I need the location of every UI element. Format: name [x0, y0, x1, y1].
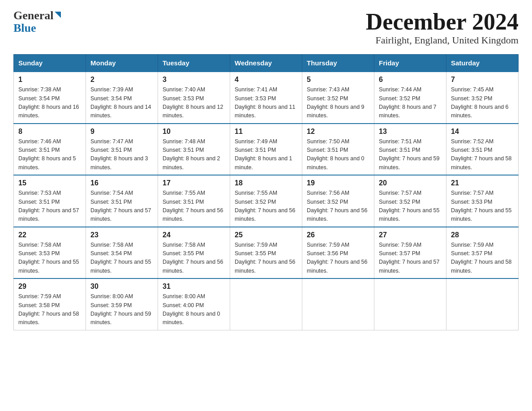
- day-info: Sunrise: 7:38 AMSunset: 3:54 PMDaylight:…: [18, 86, 81, 120]
- day-number: 26: [307, 231, 369, 239]
- day-info: Sunrise: 7:50 AMSunset: 3:51 PMDaylight:…: [307, 137, 369, 172]
- day-number: 15: [18, 179, 81, 187]
- calendar-cell: [302, 278, 374, 330]
- calendar-cell: 6Sunrise: 7:44 AMSunset: 3:52 PMDaylight…: [374, 72, 446, 124]
- day-info: Sunrise: 7:47 AMSunset: 3:51 PMDaylight:…: [90, 137, 153, 172]
- day-number: 8: [18, 128, 81, 136]
- weekday-header-wednesday: Wednesday: [230, 55, 302, 72]
- day-number: 7: [451, 76, 514, 84]
- weekday-header-thursday: Thursday: [302, 55, 374, 72]
- calendar-cell: 2Sunrise: 7:39 AMSunset: 3:54 PMDaylight…: [86, 72, 158, 124]
- calendar-cell: 27Sunrise: 7:59 AMSunset: 3:57 PMDayligh…: [374, 227, 446, 279]
- location-title: Fairlight, England, United Kingdom: [366, 34, 519, 46]
- calendar-week-5: 29Sunrise: 7:59 AMSunset: 3:58 PMDayligh…: [14, 278, 519, 330]
- day-info: Sunrise: 7:48 AMSunset: 3:51 PMDaylight:…: [163, 137, 225, 172]
- day-number: 3: [163, 76, 225, 84]
- weekday-header-row: SundayMondayTuesdayWednesdayThursdayFrid…: [14, 55, 519, 72]
- day-info: Sunrise: 7:51 AMSunset: 3:51 PMDaylight:…: [379, 137, 442, 172]
- day-info: Sunrise: 7:46 AMSunset: 3:51 PMDaylight:…: [18, 137, 81, 172]
- day-info: Sunrise: 7:58 AMSunset: 3:54 PMDaylight:…: [90, 241, 153, 276]
- calendar-week-2: 8Sunrise: 7:46 AMSunset: 3:51 PMDaylight…: [14, 124, 519, 176]
- day-info: Sunrise: 7:59 AMSunset: 3:57 PMDaylight:…: [451, 241, 514, 276]
- day-number: 28: [451, 231, 514, 239]
- calendar-cell: 9Sunrise: 7:47 AMSunset: 3:51 PMDaylight…: [86, 124, 158, 176]
- calendar-cell: 21Sunrise: 7:57 AMSunset: 3:53 PMDayligh…: [446, 175, 519, 227]
- calendar-week-3: 15Sunrise: 7:53 AMSunset: 3:51 PMDayligh…: [14, 175, 519, 227]
- logo-blue-container: [54, 13, 61, 18]
- day-number: 1: [18, 76, 81, 84]
- logo: General Blue: [13, 9, 61, 34]
- weekday-header-friday: Friday: [374, 55, 446, 72]
- title-area: December 2024 Fairlight, England, United…: [366, 9, 519, 46]
- day-number: 20: [379, 179, 442, 187]
- calendar-cell: [374, 278, 446, 330]
- day-info: Sunrise: 7:55 AMSunset: 3:52 PMDaylight:…: [235, 189, 297, 224]
- day-info: Sunrise: 8:00 AMSunset: 4:00 PMDaylight:…: [163, 292, 225, 327]
- day-number: 23: [90, 231, 153, 239]
- day-number: 11: [235, 128, 297, 136]
- day-info: Sunrise: 7:40 AMSunset: 3:53 PMDaylight:…: [163, 86, 225, 120]
- day-info: Sunrise: 7:59 AMSunset: 3:58 PMDaylight:…: [18, 292, 81, 327]
- calendar-cell: 25Sunrise: 7:59 AMSunset: 3:55 PMDayligh…: [230, 227, 302, 279]
- calendar-table: SundayMondayTuesdayWednesdayThursdayFrid…: [13, 54, 519, 330]
- calendar-cell: 3Sunrise: 7:40 AMSunset: 3:53 PMDaylight…: [158, 72, 230, 124]
- day-info: Sunrise: 7:44 AMSunset: 3:52 PMDaylight:…: [379, 86, 442, 120]
- calendar-cell: 26Sunrise: 7:59 AMSunset: 3:56 PMDayligh…: [302, 227, 374, 279]
- day-number: 31: [163, 283, 225, 291]
- day-number: 29: [18, 283, 81, 291]
- day-number: 9: [90, 128, 153, 136]
- calendar-cell: 5Sunrise: 7:43 AMSunset: 3:52 PMDaylight…: [302, 72, 374, 124]
- weekday-header-monday: Monday: [86, 55, 158, 72]
- day-number: 10: [163, 128, 225, 136]
- calendar-cell: 4Sunrise: 7:41 AMSunset: 3:53 PMDaylight…: [230, 72, 302, 124]
- day-number: 19: [307, 179, 369, 187]
- day-info: Sunrise: 7:49 AMSunset: 3:51 PMDaylight:…: [235, 137, 297, 172]
- day-number: 27: [379, 231, 442, 239]
- calendar-cell: 31Sunrise: 8:00 AMSunset: 4:00 PMDayligh…: [158, 278, 230, 330]
- day-info: Sunrise: 7:43 AMSunset: 3:52 PMDaylight:…: [307, 86, 369, 120]
- day-number: 24: [163, 231, 225, 239]
- calendar-cell: 16Sunrise: 7:54 AMSunset: 3:51 PMDayligh…: [86, 175, 158, 227]
- logo-arrow-icon: [55, 12, 61, 18]
- day-info: Sunrise: 7:53 AMSunset: 3:51 PMDaylight:…: [18, 189, 81, 224]
- day-info: Sunrise: 7:59 AMSunset: 3:56 PMDaylight:…: [307, 241, 369, 276]
- calendar-cell: 14Sunrise: 7:52 AMSunset: 3:51 PMDayligh…: [446, 124, 519, 176]
- calendar-cell: 23Sunrise: 7:58 AMSunset: 3:54 PMDayligh…: [86, 227, 158, 279]
- day-number: 16: [90, 179, 153, 187]
- calendar-week-4: 22Sunrise: 7:58 AMSunset: 3:53 PMDayligh…: [14, 227, 519, 279]
- calendar-cell: 13Sunrise: 7:51 AMSunset: 3:51 PMDayligh…: [374, 124, 446, 176]
- day-number: 17: [163, 179, 225, 187]
- calendar-cell: 8Sunrise: 7:46 AMSunset: 3:51 PMDaylight…: [14, 124, 86, 176]
- calendar-cell: 12Sunrise: 7:50 AMSunset: 3:51 PMDayligh…: [302, 124, 374, 176]
- logo-blue-text: Blue: [13, 22, 36, 34]
- day-info: Sunrise: 7:56 AMSunset: 3:52 PMDaylight:…: [307, 189, 369, 224]
- weekday-header-tuesday: Tuesday: [158, 55, 230, 72]
- day-number: 22: [18, 231, 81, 239]
- weekday-header-saturday: Saturday: [446, 55, 519, 72]
- calendar-cell: 15Sunrise: 7:53 AMSunset: 3:51 PMDayligh…: [14, 175, 86, 227]
- day-info: Sunrise: 7:41 AMSunset: 3:53 PMDaylight:…: [235, 86, 297, 120]
- header: General Blue December 2024 Fairlight, En…: [13, 9, 519, 46]
- day-info: Sunrise: 7:39 AMSunset: 3:54 PMDaylight:…: [90, 86, 153, 120]
- day-info: Sunrise: 7:57 AMSunset: 3:52 PMDaylight:…: [379, 189, 442, 224]
- day-info: Sunrise: 7:58 AMSunset: 3:53 PMDaylight:…: [18, 241, 81, 276]
- logo-general-text: General: [13, 9, 54, 22]
- calendar-cell: [230, 278, 302, 330]
- calendar-cell: 17Sunrise: 7:55 AMSunset: 3:51 PMDayligh…: [158, 175, 230, 227]
- month-title: December 2024: [366, 9, 519, 34]
- day-number: 6: [379, 76, 442, 84]
- day-number: 21: [451, 179, 514, 187]
- day-number: 12: [307, 128, 369, 136]
- day-info: Sunrise: 7:54 AMSunset: 3:51 PMDaylight:…: [90, 189, 153, 224]
- day-info: Sunrise: 7:59 AMSunset: 3:55 PMDaylight:…: [235, 241, 297, 276]
- calendar-cell: 7Sunrise: 7:45 AMSunset: 3:52 PMDaylight…: [446, 72, 519, 124]
- calendar-cell: [446, 278, 519, 330]
- day-number: 5: [307, 76, 369, 84]
- day-number: 25: [235, 231, 297, 239]
- day-info: Sunrise: 7:52 AMSunset: 3:51 PMDaylight:…: [451, 137, 514, 172]
- day-number: 2: [90, 76, 153, 84]
- day-info: Sunrise: 7:59 AMSunset: 3:57 PMDaylight:…: [379, 241, 442, 276]
- calendar-cell: 28Sunrise: 7:59 AMSunset: 3:57 PMDayligh…: [446, 227, 519, 279]
- day-info: Sunrise: 7:45 AMSunset: 3:52 PMDaylight:…: [451, 86, 514, 120]
- calendar-cell: 19Sunrise: 7:56 AMSunset: 3:52 PMDayligh…: [302, 175, 374, 227]
